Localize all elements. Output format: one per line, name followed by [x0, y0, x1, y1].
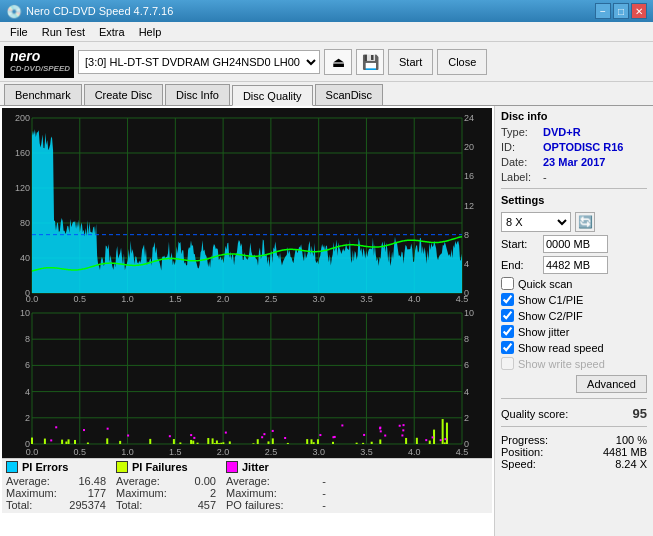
menu-bar: File Run Test Extra Help	[0, 22, 653, 42]
quick-scan-checkbox[interactable]	[501, 277, 514, 290]
divider-3	[501, 426, 647, 427]
disc-label-value: -	[543, 171, 547, 183]
start-mb-row: Start:	[501, 235, 647, 253]
id-value: OPTODISC R16	[543, 141, 624, 153]
refresh-button[interactable]: 🔄	[575, 212, 595, 232]
date-value: 23 Mar 2017	[543, 156, 605, 168]
divider-1	[501, 188, 647, 189]
id-row: ID: OPTODISC R16	[501, 141, 647, 153]
show-write-speed-checkbox	[501, 357, 514, 370]
jitter-legend	[226, 461, 238, 473]
tab-scan-disc[interactable]: ScanDisc	[315, 84, 383, 105]
quick-scan-row: Quick scan	[501, 277, 647, 290]
pi-failures-group: PI Failures Average: 0.00 Maximum: 2 Tot…	[116, 461, 216, 511]
show-read-speed-row: Show read speed	[501, 341, 647, 354]
type-label: Type:	[501, 126, 539, 138]
pi-avg-label: Average:	[6, 475, 50, 487]
tabs: Benchmark Create Disc Disc Info Disc Qua…	[0, 82, 653, 106]
jitter-avg-label: Average:	[226, 475, 270, 487]
right-panel: Disc info Type: DVD+R ID: OPTODISC R16 D…	[494, 106, 653, 536]
drive-select[interactable]: [3:0] HL-DT-ST DVDRAM GH24NSD0 LH00	[78, 50, 320, 74]
top-chart	[2, 108, 492, 303]
progress-section: Progress: 100 % Position: 4481 MB Speed:…	[501, 434, 647, 470]
pi-total-label: Total:	[6, 499, 32, 511]
quality-score-row: Quality score: 95	[501, 406, 647, 421]
pi-total-value: 295374	[69, 499, 106, 511]
menu-help[interactable]: Help	[133, 24, 168, 40]
show-jitter-row: Show jitter	[501, 325, 647, 338]
app-icon: 💿	[6, 4, 22, 19]
main-content: PI Errors Average: 16.48 Maximum: 177 To…	[0, 106, 653, 536]
bottom-chart	[2, 303, 492, 458]
quality-score-label: Quality score:	[501, 408, 568, 420]
po-failures-value: -	[322, 499, 326, 511]
end-mb-input[interactable]	[543, 256, 608, 274]
position-label: Position:	[501, 446, 543, 458]
speed-label: Speed:	[501, 458, 536, 470]
nero-logo: nero CD·DVD/SPEED	[4, 46, 74, 78]
advanced-button[interactable]: Advanced	[576, 375, 647, 393]
tab-disc-info[interactable]: Disc Info	[165, 84, 230, 105]
quick-scan-label: Quick scan	[518, 278, 572, 290]
save-icon-button[interactable]: 💾	[356, 49, 384, 75]
tab-disc-quality[interactable]: Disc Quality	[232, 85, 313, 106]
menu-run-test[interactable]: Run Test	[36, 24, 91, 40]
start-button[interactable]: Start	[388, 49, 433, 75]
pi-errors-header: PI Errors	[22, 461, 68, 473]
show-c1-checkbox[interactable]	[501, 293, 514, 306]
show-c1-label: Show C1/PIE	[518, 294, 583, 306]
pi-avg-value: 16.48	[78, 475, 106, 487]
tab-benchmark[interactable]: Benchmark	[4, 84, 82, 105]
jitter-max-label: Maximum:	[226, 487, 277, 499]
disc-label-row: Label: -	[501, 171, 647, 183]
chart-area: PI Errors Average: 16.48 Maximum: 177 To…	[0, 106, 494, 536]
type-value: DVD+R	[543, 126, 581, 138]
show-c2-label: Show C2/PIF	[518, 310, 583, 322]
progress-label: Progress:	[501, 434, 548, 446]
type-row: Type: DVD+R	[501, 126, 647, 138]
position-value: 4481 MB	[603, 446, 647, 458]
show-read-speed-label: Show read speed	[518, 342, 604, 354]
end-mb-row: End:	[501, 256, 647, 274]
menu-extra[interactable]: Extra	[93, 24, 131, 40]
jitter-avg-value: -	[322, 475, 326, 487]
tab-create-disc[interactable]: Create Disc	[84, 84, 163, 105]
progress-value: 100 %	[616, 434, 647, 446]
show-c2-checkbox[interactable]	[501, 309, 514, 322]
date-label: Date:	[501, 156, 539, 168]
id-label: ID:	[501, 141, 539, 153]
maximize-button[interactable]: □	[613, 3, 629, 19]
toolbar-close-button[interactable]: Close	[437, 49, 487, 75]
po-failures-label: PO failures:	[226, 499, 283, 511]
show-read-speed-checkbox[interactable]	[501, 341, 514, 354]
pif-max-label: Maximum:	[116, 487, 167, 499]
jitter-max-value: -	[322, 487, 326, 499]
pif-max-value: 2	[210, 487, 216, 499]
pif-total-label: Total:	[116, 499, 142, 511]
pi-errors-group: PI Errors Average: 16.48 Maximum: 177 To…	[6, 461, 106, 511]
date-row: Date: 23 Mar 2017	[501, 156, 647, 168]
show-jitter-label: Show jitter	[518, 326, 569, 338]
pif-avg-label: Average:	[116, 475, 160, 487]
speed-row: 8 X 4 X 12 X 16 X MAX 🔄	[501, 212, 647, 232]
pi-errors-legend	[6, 461, 18, 473]
pif-avg-value: 0.00	[195, 475, 216, 487]
quality-score-value: 95	[633, 406, 647, 421]
menu-file[interactable]: File	[4, 24, 34, 40]
eject-icon-button[interactable]: ⏏	[324, 49, 352, 75]
title-bar: 💿 Nero CD-DVD Speed 4.7.7.16 − □ ✕	[0, 0, 653, 22]
pi-max-label: Maximum:	[6, 487, 57, 499]
minimize-button[interactable]: −	[595, 3, 611, 19]
divider-2	[501, 398, 647, 399]
show-write-speed-label: Show write speed	[518, 358, 605, 370]
start-mb-label: Start:	[501, 238, 539, 250]
end-mb-label: End:	[501, 259, 539, 271]
jitter-group: Jitter Average: - Maximum: - PO failures…	[226, 461, 326, 511]
start-mb-input[interactable]	[543, 235, 608, 253]
speed-select[interactable]: 8 X 4 X 12 X 16 X MAX	[501, 212, 571, 232]
close-window-button[interactable]: ✕	[631, 3, 647, 19]
show-c1-row: Show C1/PIE	[501, 293, 647, 306]
show-jitter-checkbox[interactable]	[501, 325, 514, 338]
jitter-header: Jitter	[242, 461, 269, 473]
pi-failures-legend	[116, 461, 128, 473]
